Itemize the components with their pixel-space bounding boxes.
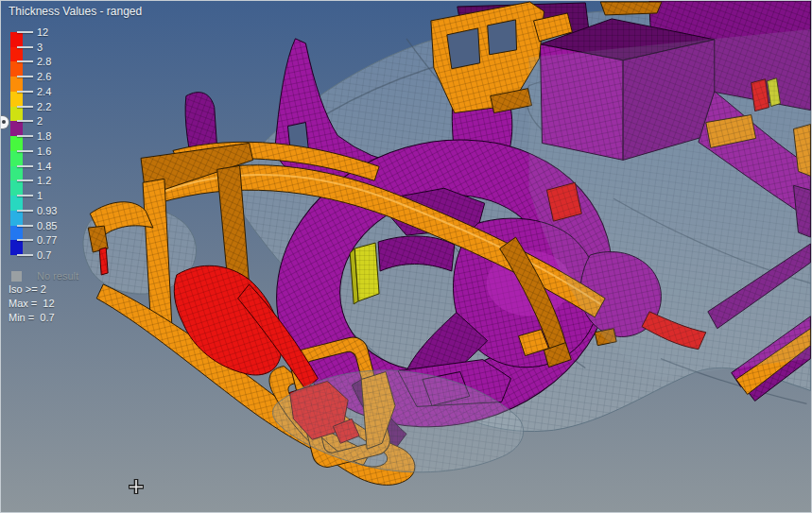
iso-slider-dot xyxy=(2,120,6,124)
crosshair-cursor xyxy=(129,479,144,494)
top-bracket-hole-1 xyxy=(447,28,480,69)
crosshair-glyph xyxy=(129,479,144,494)
model-canvas[interactable] xyxy=(1,1,811,512)
bracket-top-edge xyxy=(600,2,662,15)
graphics-viewport[interactable]: Thickness Values - ranged 1232.82.62.42.… xyxy=(0,0,812,513)
red-sliver-left xyxy=(99,248,108,275)
yellow-box-front xyxy=(354,243,379,301)
top-bracket-hole-2 xyxy=(488,20,517,55)
